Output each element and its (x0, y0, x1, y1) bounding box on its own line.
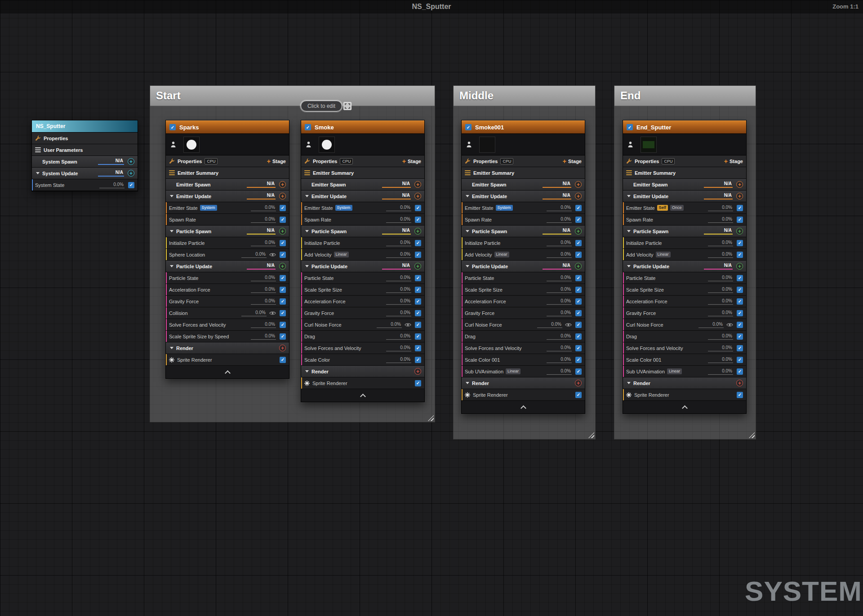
enabled-checkbox[interactable]: ✓ (737, 298, 743, 305)
row-emitter-state[interactable]: Emitter StateSystem0.0%✓ (166, 202, 289, 213)
row-emitter-state[interactable]: Emitter StateSelfOnce0.0%✓ (623, 202, 746, 213)
emitter-header[interactable]: ✓ End_Sputter (623, 120, 746, 134)
resize-handle[interactable] (428, 415, 434, 421)
row-acceleration-force[interactable]: Acceleration Force0.0%✓ (301, 296, 424, 307)
emitter-thumbnail[interactable] (319, 137, 335, 153)
enabled-checkbox[interactable]: ✓ (575, 275, 582, 281)
row-particle-spawn[interactable]: Particle SpawnN/A+ (166, 226, 289, 237)
enabled-checkbox[interactable]: ✓ (415, 333, 421, 340)
row-particle-state[interactable]: Particle State0.0%✓ (462, 272, 585, 284)
row-scale-color[interactable]: Scale Color0.0%✓ (301, 354, 424, 365)
enabled-checkbox[interactable]: ✓ (415, 380, 421, 386)
add-module-button[interactable]: + (575, 380, 582, 386)
row-emitter-summary[interactable]: Emitter Summary (623, 167, 746, 178)
chevron-down-icon[interactable] (626, 265, 631, 267)
row-emitter-state[interactable]: Emitter StateSystem0.0%✓ (462, 202, 585, 213)
add-module-button[interactable]: + (575, 263, 582, 270)
chevron-down-icon[interactable] (304, 370, 309, 372)
comment-header[interactable]: End (614, 86, 756, 106)
row-scale-color-001[interactable]: Scale Color 0010.0%✓ (462, 354, 585, 365)
enabled-checkbox[interactable]: ✓ (575, 368, 582, 375)
enabled-checkbox[interactable]: ✓ (280, 217, 286, 223)
enabled-checkbox[interactable]: ✓ (737, 287, 743, 293)
row-particle-spawn[interactable]: Particle SpawnN/A+ (462, 226, 585, 237)
row-render[interactable]: Render+ (462, 377, 585, 389)
chevron-down-icon[interactable] (465, 230, 470, 232)
enabled-checkbox[interactable]: ✓ (737, 252, 743, 258)
add-module-button[interactable]: + (736, 193, 743, 199)
enabled-checkbox[interactable]: ✓ (280, 240, 286, 246)
row-initialize-particle[interactable]: Initialize Particle0.0%✓ (623, 237, 746, 248)
chevron-down-icon[interactable] (169, 230, 174, 232)
system-node-header[interactable]: NS_Sputter (32, 120, 138, 133)
chevron-down-icon[interactable] (626, 230, 631, 232)
chevron-down-icon[interactable] (169, 195, 174, 197)
add-stage-button[interactable]: +Stage (267, 158, 286, 164)
row-emitter-spawn[interactable]: Emitter SpawnN/A+ (462, 179, 585, 190)
emitter-node-smoke[interactable]: ✓ Smoke Properties CPU +Stage Emitter Su… (301, 120, 425, 402)
add-module-button[interactable]: + (414, 193, 421, 199)
enabled-checkbox[interactable]: ✓ (737, 333, 743, 340)
chevron-down-icon[interactable] (465, 382, 470, 384)
add-module-button[interactable]: + (736, 380, 743, 386)
enabled-checkbox[interactable]: ✓ (737, 322, 743, 328)
enabled-checkbox[interactable]: ✓ (280, 310, 286, 316)
emitter-thumbnail[interactable] (479, 137, 495, 153)
row-curl-noise-force[interactable]: Curl Noise Force0.0%✓ (301, 319, 424, 330)
row-emitter-spawn[interactable]: Emitter SpawnN/A+ (301, 179, 424, 190)
row-emitter-summary[interactable]: Emitter Summary (462, 167, 585, 178)
row-particle-update[interactable]: Particle UpdateN/A+ (166, 261, 289, 272)
row-spawn-rate[interactable]: Spawn Rate0.0%✓ (301, 214, 424, 225)
enabled-checkbox[interactable]: ✓ (737, 217, 743, 223)
row-spawn-rate[interactable]: Spawn Rate0.0%✓ (462, 214, 585, 225)
enabled-checkbox[interactable]: ✓ (415, 322, 421, 328)
add-module-button[interactable]: + (279, 263, 286, 270)
add-module-button[interactable]: + (575, 193, 582, 199)
enabled-checkbox[interactable]: ✓ (415, 357, 421, 363)
add-module-button[interactable]: + (736, 263, 743, 270)
row-initialize-particle[interactable]: Initialize Particle0.0%✓ (301, 237, 424, 248)
enabled-checkbox[interactable]: ✓ (575, 392, 582, 398)
emitter-node-sparks[interactable]: ✓ Sparks Properties CPU +Stage Emitter S… (165, 120, 289, 379)
row-gravity-force[interactable]: Gravity Force0.0%✓ (166, 296, 289, 307)
system-node[interactable]: NS_Sputter Properties User Parameters Sy… (31, 120, 138, 191)
row-emitter-update[interactable]: Emitter UpdateN/A+ (166, 191, 289, 202)
emitter-node-smoke001[interactable]: ✓ Smoke001 Properties CPU +Stage Emitter… (461, 120, 585, 414)
row-add-velocity[interactable]: Add VelocityLinear0.0%✓ (462, 249, 585, 260)
row-particle-state[interactable]: Particle State0.0%✓ (301, 272, 424, 284)
row-render[interactable]: Render+ (166, 342, 289, 354)
add-module-button[interactable]: + (128, 170, 134, 177)
emitter-enabled-checkbox[interactable]: ✓ (169, 124, 176, 130)
enabled-checkbox[interactable]: ✓ (737, 240, 743, 246)
system-user-parameters-row[interactable]: User Parameters (32, 144, 138, 155)
enabled-checkbox[interactable]: ✓ (415, 275, 421, 281)
eye-icon[interactable] (565, 323, 572, 327)
enabled-checkbox[interactable]: ✓ (575, 322, 582, 328)
enabled-checkbox[interactable]: ✓ (415, 345, 421, 351)
enabled-checkbox[interactable]: ✓ (575, 217, 582, 223)
eye-icon[interactable] (269, 253, 276, 257)
system-properties-row[interactable]: Properties (32, 133, 138, 144)
row-sprite-renderer[interactable]: Sprite Renderer✓ (623, 389, 746, 400)
row-solve-forces-and-velocity[interactable]: Solve Forces and Velocity0.0%✓ (623, 342, 746, 354)
row-solve-forces-and-velocity[interactable]: Solve Forces and Velocity0.0%✓ (301, 342, 424, 354)
resize-handle[interactable] (588, 432, 594, 438)
row-particle-update[interactable]: Particle UpdateN/A+ (301, 261, 424, 272)
chevron-down-icon[interactable] (626, 195, 631, 197)
add-module-button[interactable]: + (414, 228, 421, 235)
row-drag[interactable]: Drag0.0%✓ (623, 331, 746, 342)
chevron-down-icon[interactable] (169, 265, 174, 267)
collapse-node-button[interactable] (301, 389, 424, 402)
add-module-button[interactable]: + (414, 263, 421, 270)
enabled-checkbox[interactable]: ✓ (415, 252, 421, 258)
row-scale-sprite-size[interactable]: Scale Sprite Size0.0%✓ (301, 284, 424, 295)
comment-edit-widget[interactable]: Click to edit (301, 101, 351, 111)
row-particle-state[interactable]: Particle State0.0%✓ (623, 272, 746, 284)
emitter-enabled-checkbox[interactable]: ✓ (305, 124, 311, 130)
enabled-checkbox[interactable]: ✓ (575, 205, 582, 211)
chevron-down-icon[interactable] (35, 172, 40, 174)
row-curl-noise-force[interactable]: Curl Noise Force0.0%✓ (462, 319, 585, 330)
enabled-checkbox[interactable]: ✓ (575, 298, 582, 305)
emitter-header[interactable]: ✓ Smoke (301, 120, 424, 134)
system-spawn-row[interactable]: System Spawn N/A + (32, 156, 138, 167)
